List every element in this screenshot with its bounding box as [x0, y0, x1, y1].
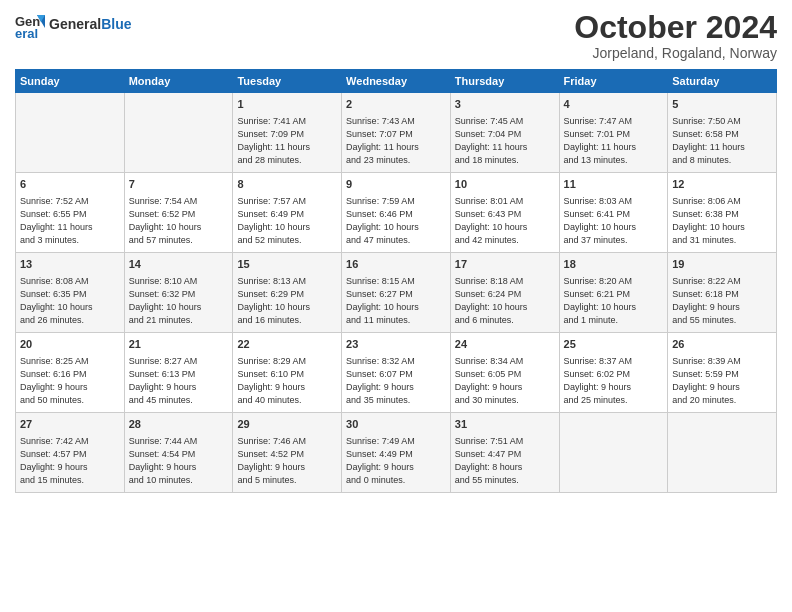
day-number: 22 — [237, 337, 337, 352]
cell-content: Sunrise: 7:49 AM Sunset: 4:49 PM Dayligh… — [346, 435, 446, 487]
calendar-cell: 21Sunrise: 8:27 AM Sunset: 6:13 PM Dayli… — [124, 333, 233, 413]
day-number: 2 — [346, 97, 446, 112]
cell-content: Sunrise: 8:18 AM Sunset: 6:24 PM Dayligh… — [455, 275, 555, 327]
day-number: 27 — [20, 417, 120, 432]
calendar-cell: 24Sunrise: 8:34 AM Sunset: 6:05 PM Dayli… — [450, 333, 559, 413]
header: Gen eral GeneralBlue October 2024 Jorpel… — [15, 10, 777, 61]
cell-content: Sunrise: 7:43 AM Sunset: 7:07 PM Dayligh… — [346, 115, 446, 167]
calendar-cell: 4Sunrise: 7:47 AM Sunset: 7:01 PM Daylig… — [559, 93, 668, 173]
calendar-cell: 11Sunrise: 8:03 AM Sunset: 6:41 PM Dayli… — [559, 173, 668, 253]
cell-content: Sunrise: 8:32 AM Sunset: 6:07 PM Dayligh… — [346, 355, 446, 407]
calendar-cell: 22Sunrise: 8:29 AM Sunset: 6:10 PM Dayli… — [233, 333, 342, 413]
calendar-cell: 18Sunrise: 8:20 AM Sunset: 6:21 PM Dayli… — [559, 253, 668, 333]
logo-blue: Blue — [101, 16, 131, 32]
cell-content: Sunrise: 8:34 AM Sunset: 6:05 PM Dayligh… — [455, 355, 555, 407]
cell-content: Sunrise: 8:39 AM Sunset: 5:59 PM Dayligh… — [672, 355, 772, 407]
cell-content: Sunrise: 8:13 AM Sunset: 6:29 PM Dayligh… — [237, 275, 337, 327]
day-number: 4 — [564, 97, 664, 112]
day-number: 29 — [237, 417, 337, 432]
day-number: 10 — [455, 177, 555, 192]
day-number: 18 — [564, 257, 664, 272]
calendar-cell: 27Sunrise: 7:42 AM Sunset: 4:57 PM Dayli… — [16, 413, 125, 493]
calendar-cell: 26Sunrise: 8:39 AM Sunset: 5:59 PM Dayli… — [668, 333, 777, 413]
day-number: 8 — [237, 177, 337, 192]
cell-content: Sunrise: 8:03 AM Sunset: 6:41 PM Dayligh… — [564, 195, 664, 247]
cell-content: Sunrise: 8:06 AM Sunset: 6:38 PM Dayligh… — [672, 195, 772, 247]
calendar-cell: 25Sunrise: 8:37 AM Sunset: 6:02 PM Dayli… — [559, 333, 668, 413]
cell-content: Sunrise: 7:44 AM Sunset: 4:54 PM Dayligh… — [129, 435, 229, 487]
day-number: 11 — [564, 177, 664, 192]
calendar-cell: 29Sunrise: 7:46 AM Sunset: 4:52 PM Dayli… — [233, 413, 342, 493]
day-number: 21 — [129, 337, 229, 352]
header-cell-tuesday: Tuesday — [233, 70, 342, 93]
header-cell-saturday: Saturday — [668, 70, 777, 93]
title-block: October 2024 Jorpeland, Rogaland, Norway — [574, 10, 777, 61]
subtitle: Jorpeland, Rogaland, Norway — [574, 45, 777, 61]
day-number: 1 — [237, 97, 337, 112]
calendar-cell: 12Sunrise: 8:06 AM Sunset: 6:38 PM Dayli… — [668, 173, 777, 253]
cell-content: Sunrise: 7:59 AM Sunset: 6:46 PM Dayligh… — [346, 195, 446, 247]
day-number: 25 — [564, 337, 664, 352]
calendar-cell: 6Sunrise: 7:52 AM Sunset: 6:55 PM Daylig… — [16, 173, 125, 253]
cell-content: Sunrise: 8:22 AM Sunset: 6:18 PM Dayligh… — [672, 275, 772, 327]
logo-text-block: GeneralBlue — [49, 17, 131, 32]
cell-content: Sunrise: 8:20 AM Sunset: 6:21 PM Dayligh… — [564, 275, 664, 327]
week-row-1: 6Sunrise: 7:52 AM Sunset: 6:55 PM Daylig… — [16, 173, 777, 253]
calendar-cell: 5Sunrise: 7:50 AM Sunset: 6:58 PM Daylig… — [668, 93, 777, 173]
day-number: 6 — [20, 177, 120, 192]
cell-content: Sunrise: 7:46 AM Sunset: 4:52 PM Dayligh… — [237, 435, 337, 487]
calendar-table: SundayMondayTuesdayWednesdayThursdayFrid… — [15, 69, 777, 493]
day-number: 15 — [237, 257, 337, 272]
cell-content: Sunrise: 8:29 AM Sunset: 6:10 PM Dayligh… — [237, 355, 337, 407]
day-number: 31 — [455, 417, 555, 432]
calendar-cell: 30Sunrise: 7:49 AM Sunset: 4:49 PM Dayli… — [342, 413, 451, 493]
day-number: 13 — [20, 257, 120, 272]
main-title: October 2024 — [574, 10, 777, 45]
day-number: 7 — [129, 177, 229, 192]
calendar-cell: 13Sunrise: 8:08 AM Sunset: 6:35 PM Dayli… — [16, 253, 125, 333]
svg-text:eral: eral — [15, 26, 38, 40]
calendar-cell: 20Sunrise: 8:25 AM Sunset: 6:16 PM Dayli… — [16, 333, 125, 413]
logo-general: General — [49, 16, 101, 32]
cell-content: Sunrise: 7:57 AM Sunset: 6:49 PM Dayligh… — [237, 195, 337, 247]
day-number: 20 — [20, 337, 120, 352]
day-number: 23 — [346, 337, 446, 352]
week-row-0: 1Sunrise: 7:41 AM Sunset: 7:09 PM Daylig… — [16, 93, 777, 173]
cell-content: Sunrise: 8:01 AM Sunset: 6:43 PM Dayligh… — [455, 195, 555, 247]
logo: Gen eral GeneralBlue — [15, 10, 131, 40]
header-cell-monday: Monday — [124, 70, 233, 93]
header-cell-thursday: Thursday — [450, 70, 559, 93]
day-number: 14 — [129, 257, 229, 272]
calendar-cell: 9Sunrise: 7:59 AM Sunset: 6:46 PM Daylig… — [342, 173, 451, 253]
week-row-3: 20Sunrise: 8:25 AM Sunset: 6:16 PM Dayli… — [16, 333, 777, 413]
calendar-cell: 19Sunrise: 8:22 AM Sunset: 6:18 PM Dayli… — [668, 253, 777, 333]
calendar-cell — [16, 93, 125, 173]
cell-content: Sunrise: 7:42 AM Sunset: 4:57 PM Dayligh… — [20, 435, 120, 487]
calendar-cell: 2Sunrise: 7:43 AM Sunset: 7:07 PM Daylig… — [342, 93, 451, 173]
calendar-cell: 7Sunrise: 7:54 AM Sunset: 6:52 PM Daylig… — [124, 173, 233, 253]
calendar-cell: 28Sunrise: 7:44 AM Sunset: 4:54 PM Dayli… — [124, 413, 233, 493]
cell-content: Sunrise: 8:37 AM Sunset: 6:02 PM Dayligh… — [564, 355, 664, 407]
week-row-2: 13Sunrise: 8:08 AM Sunset: 6:35 PM Dayli… — [16, 253, 777, 333]
calendar-cell: 10Sunrise: 8:01 AM Sunset: 6:43 PM Dayli… — [450, 173, 559, 253]
day-number: 26 — [672, 337, 772, 352]
cell-content: Sunrise: 7:54 AM Sunset: 6:52 PM Dayligh… — [129, 195, 229, 247]
day-number: 19 — [672, 257, 772, 272]
calendar-cell: 1Sunrise: 7:41 AM Sunset: 7:09 PM Daylig… — [233, 93, 342, 173]
day-number: 5 — [672, 97, 772, 112]
calendar-cell — [124, 93, 233, 173]
cell-content: Sunrise: 7:52 AM Sunset: 6:55 PM Dayligh… — [20, 195, 120, 247]
header-cell-friday: Friday — [559, 70, 668, 93]
calendar-cell: 14Sunrise: 8:10 AM Sunset: 6:32 PM Dayli… — [124, 253, 233, 333]
cell-content: Sunrise: 7:41 AM Sunset: 7:09 PM Dayligh… — [237, 115, 337, 167]
day-number: 9 — [346, 177, 446, 192]
day-number: 28 — [129, 417, 229, 432]
cell-content: Sunrise: 8:25 AM Sunset: 6:16 PM Dayligh… — [20, 355, 120, 407]
calendar-cell: 31Sunrise: 7:51 AM Sunset: 4:47 PM Dayli… — [450, 413, 559, 493]
cell-content: Sunrise: 7:47 AM Sunset: 7:01 PM Dayligh… — [564, 115, 664, 167]
cell-content: Sunrise: 8:10 AM Sunset: 6:32 PM Dayligh… — [129, 275, 229, 327]
day-number: 17 — [455, 257, 555, 272]
cell-content: Sunrise: 8:15 AM Sunset: 6:27 PM Dayligh… — [346, 275, 446, 327]
calendar-cell: 17Sunrise: 8:18 AM Sunset: 6:24 PM Dayli… — [450, 253, 559, 333]
calendar-cell: 8Sunrise: 7:57 AM Sunset: 6:49 PM Daylig… — [233, 173, 342, 253]
